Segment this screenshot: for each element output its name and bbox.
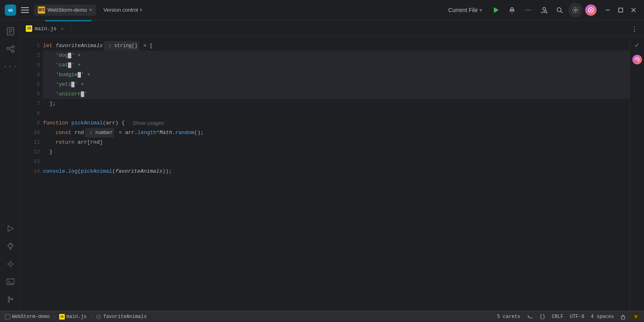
more-dots-vertical-icon: ··· [3,63,17,71]
status-indent-icon[interactable] [527,314,533,320]
code-content[interactable]: let favoriteAnimals : string[] = [ 'dog'… [43,36,630,311]
svg-rect-21 [12,50,14,52]
code-line-8 [43,109,630,118]
log-open: ( [78,167,81,176]
svg-point-34 [8,301,10,302]
status-folder-icon [5,314,10,320]
activity-debug[interactable] [2,238,19,254]
svg-line-11 [561,11,562,13]
checkmark-icon: ✓ [632,39,643,51]
project-selector[interactable]: WS WebStorm-demo ▾ [34,4,96,16]
version-control-button[interactable]: Version control ▾ [99,5,147,15]
operator-assign: = [ [140,41,153,51]
status-line-ending[interactable]: CRLF [552,314,564,320]
svg-rect-41 [621,316,625,319]
keyword-return: return [43,138,78,147]
ai-right-icon[interactable] [632,54,643,65]
more-options-button[interactable]: ⋯ [522,4,535,17]
status-lock[interactable] [620,314,626,320]
hamburger-button[interactable] [19,4,31,16]
activity-git[interactable] [2,291,19,308]
cursor-4 [78,72,81,78]
status-symbol-item[interactable]: favoriteAnimals [96,314,147,320]
status-encoding[interactable]: UTF-8 [570,314,584,320]
string-dog: 'dog [43,51,68,60]
cursor-6 [81,91,84,97]
project-chevron-icon: ▾ [89,7,92,13]
code-line-6: 'unicorn' [43,89,630,99]
show-usages-hint[interactable]: Show usages [130,118,164,128]
close-brace: } [43,147,52,157]
svg-point-36 [636,59,638,60]
tab-filename: main.js [35,26,57,32]
status-brackets[interactable]: {} [540,314,545,320]
code-line-1: let favoriteAnimals : string[] = [ [43,41,630,51]
current-file-selector[interactable]: Current File ▾ [444,5,486,15]
method-log: log [68,167,77,176]
status-right: 5 carets {} CRLF UTF-8 4 spaces V [497,314,639,320]
svg-line-39 [98,316,99,318]
debug-button[interactable] [506,4,518,17]
profile-button[interactable]: + [538,4,551,17]
console-ref: console [43,167,65,176]
more-dots-icon: ⋯ [525,6,531,14]
status-carets[interactable]: 5 carets [497,314,520,320]
svg-rect-19 [7,47,9,50]
dot-console: . [65,167,68,176]
code-line-4: 'budgie' + [43,70,630,80]
keyword-function: function [43,118,71,128]
maximize-button[interactable] [615,4,626,16]
activity-terminal[interactable] [2,274,19,290]
svg-point-33 [8,297,10,298]
version-control-chevron-icon: ▾ [140,7,142,13]
tab-close-button[interactable]: ✕ [59,25,66,32]
search-button[interactable] [553,4,566,17]
code-line-14: console.log(pickAnimal(favoriteAnimals))… [43,167,630,176]
title-bar-left: WS WS WebStorm-demo ▾ Version control ▾ [5,4,441,16]
activity-files[interactable] [2,23,19,39]
activity-more[interactable]: ··· [2,59,19,75]
svg-rect-20 [12,46,14,48]
status-carets-label: 5 carets [497,314,520,320]
code-editor[interactable]: 1 2 3 4 5 6 7 8 9 10 11 12 13 14 let fav… [21,36,644,311]
status-bar: WebStorm-demo › JS main.js › favoriteAni… [0,311,644,322]
status-symbol-name: favoriteAnimals [103,314,147,320]
arr-ref-2: arr [78,138,87,147]
activity-services[interactable] [2,256,19,272]
code-line-10: const rnd : number = arr.length*Math.ran… [43,128,630,138]
activity-structure[interactable] [2,41,19,57]
method-length: length [138,128,157,138]
minimize-button[interactable] [602,4,613,16]
type-number: : number [85,128,114,138]
svg-rect-31 [7,279,14,285]
string-dog-end: ' + [71,51,80,60]
status-project-item[interactable]: WebStorm-demo [5,314,50,320]
math-ref: Math [159,128,172,138]
code-line-5: 'yeti' + [43,80,630,89]
svg-point-13 [590,9,592,11]
activity-run[interactable] [2,221,19,237]
line-numbers: 1 2 3 4 5 6 7 8 9 10 11 12 13 14 [21,36,43,311]
current-file-label: Current File [448,7,478,13]
cursor-5 [71,82,74,87]
settings-button[interactable] [568,3,583,17]
var-favoriteAnimals: favoriteAnimals [56,41,103,51]
status-indent[interactable]: 4 spaces [591,314,614,320]
param-arr: arr [106,118,115,128]
run-button[interactable] [489,4,502,17]
activity-bar: ··· [0,20,21,311]
tab-main-js[interactable]: JS main.js ✕ [21,21,71,36]
tab-bar-more-button[interactable]: ⋮ [628,23,641,36]
asterisk: * [157,128,160,138]
status-file-item[interactable]: JS main.js [59,314,87,320]
string-yeti-end: ' + [74,80,84,89]
window-controls [602,4,639,16]
version-control-label: Version control [103,7,138,13]
ai-assistant-button[interactable] [585,4,597,16]
close-button[interactable] [628,4,639,16]
status-v-badge[interactable]: V [632,314,639,320]
svg-point-3 [511,8,513,10]
svg-rect-15 [619,8,623,12]
status-symbol-icon [96,314,101,320]
svg-marker-2 [494,7,499,13]
